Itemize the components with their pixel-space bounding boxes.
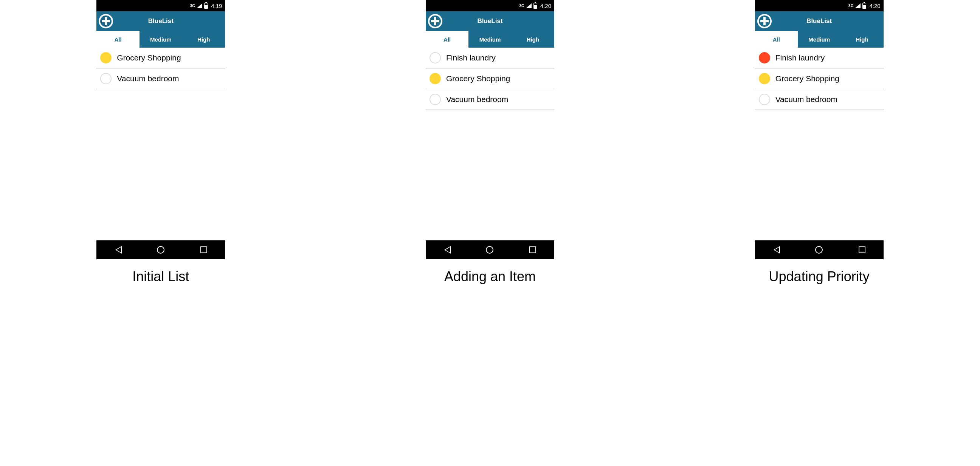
battery-icon	[204, 3, 208, 9]
status-bar: 3G 4:20	[426, 0, 554, 11]
list-item[interactable]: Grocery Shopping	[426, 68, 554, 89]
network-indicator: 3G	[848, 4, 853, 8]
priority-dot-icon[interactable]	[759, 73, 770, 84]
item-text: Vacuum bedroom	[775, 95, 837, 104]
svg-rect-2	[102, 20, 110, 22]
tab-high[interactable]: High	[840, 31, 883, 48]
screen-adding-item: 3G 4:20 BlueList All Medium High Finish …	[426, 0, 554, 285]
status-bar: 3G 4:19	[96, 0, 225, 11]
tab-medium[interactable]: Medium	[468, 31, 511, 48]
signal-icon	[526, 3, 531, 8]
recent-button[interactable]	[200, 247, 207, 253]
svg-rect-5	[431, 20, 439, 22]
priority-dot-icon[interactable]	[759, 94, 770, 105]
item-text: Finish laundry	[775, 53, 825, 62]
tab-medium[interactable]: Medium	[140, 31, 182, 48]
tab-high[interactable]: High	[512, 31, 554, 48]
item-text: Vacuum bedroom	[446, 95, 508, 104]
list-item[interactable]: Finish laundry	[755, 48, 884, 68]
screen-updating-priority: 3G 4:20 BlueList All Medium High Finish …	[755, 0, 884, 285]
home-button[interactable]	[486, 246, 493, 254]
tab-all[interactable]: All	[755, 31, 798, 48]
list-item[interactable]: Finish laundry	[426, 48, 554, 68]
svg-rect-8	[760, 20, 768, 22]
battery-icon	[862, 3, 866, 9]
plus-icon	[759, 15, 770, 27]
list-item[interactable]: Vacuum bedroom	[755, 89, 884, 110]
home-button[interactable]	[157, 246, 164, 254]
app-header: BlueList	[96, 11, 225, 31]
item-text: Grocery Shopping	[117, 53, 181, 62]
clock: 4:20	[540, 3, 551, 9]
android-nav-bar	[755, 240, 884, 259]
back-button[interactable]	[444, 246, 450, 254]
back-button[interactable]	[115, 246, 121, 254]
status-bar: 3G 4:20	[755, 0, 884, 11]
tab-bar: All Medium High	[96, 31, 225, 48]
add-button[interactable]	[428, 14, 442, 29]
list-item[interactable]: Vacuum bedroom	[426, 89, 554, 110]
priority-dot-icon[interactable]	[100, 52, 111, 64]
caption: Initial List	[132, 269, 189, 285]
app-header: BlueList	[755, 11, 884, 31]
phone-screen: 3G 4:20 BlueList All Medium High Finish …	[755, 0, 884, 259]
tab-all[interactable]: All	[426, 31, 468, 48]
tab-high[interactable]: High	[182, 31, 225, 48]
clock: 4:19	[211, 3, 222, 9]
item-text: Grocery Shopping	[446, 74, 510, 83]
tab-bar: All Medium High	[426, 31, 554, 48]
app-title: BlueList	[148, 17, 173, 25]
add-button[interactable]	[99, 14, 113, 29]
signal-icon	[855, 3, 861, 8]
item-text: Vacuum bedroom	[117, 74, 179, 83]
task-list: Grocery Shopping Vacuum bedroom	[96, 48, 225, 237]
network-indicator: 3G	[519, 4, 524, 8]
priority-dot-icon[interactable]	[100, 73, 111, 84]
item-text: Grocery Shopping	[775, 74, 839, 83]
signal-icon	[197, 3, 202, 8]
list-item[interactable]: Grocery Shopping	[755, 68, 884, 89]
task-list: Finish laundry Grocery Shopping Vacuum b…	[426, 48, 554, 237]
app-title: BlueList	[807, 17, 832, 25]
add-button[interactable]	[757, 14, 772, 29]
tab-all[interactable]: All	[96, 31, 139, 48]
item-text: Finish laundry	[446, 53, 496, 62]
back-button[interactable]	[773, 246, 779, 254]
caption: Updating Priority	[769, 269, 870, 285]
list-item[interactable]: Vacuum bedroom	[96, 68, 225, 89]
priority-dot-icon[interactable]	[759, 52, 770, 64]
home-button[interactable]	[815, 246, 823, 254]
recent-button[interactable]	[529, 247, 536, 253]
priority-dot-icon[interactable]	[430, 94, 441, 105]
recent-button[interactable]	[859, 247, 865, 253]
app-header: BlueList	[426, 11, 554, 31]
tab-bar: All Medium High	[755, 31, 884, 48]
plus-icon	[100, 15, 112, 27]
phone-screen: 3G 4:19 BlueList All Medium High Grocery…	[96, 0, 225, 259]
task-list: Finish laundry Grocery Shopping Vacuum b…	[755, 48, 884, 237]
priority-dot-icon[interactable]	[430, 52, 441, 64]
tab-medium[interactable]: Medium	[798, 31, 840, 48]
network-indicator: 3G	[190, 4, 195, 8]
clock: 4:20	[869, 3, 880, 9]
screen-initial-list: 3G 4:19 BlueList All Medium High Grocery…	[96, 0, 225, 285]
caption: Adding an Item	[444, 269, 536, 285]
android-nav-bar	[426, 240, 554, 259]
plus-icon	[429, 15, 441, 27]
battery-icon	[533, 3, 537, 9]
list-item[interactable]: Grocery Shopping	[96, 48, 225, 68]
priority-dot-icon[interactable]	[430, 73, 441, 84]
phone-screen: 3G 4:20 BlueList All Medium High Finish …	[426, 0, 554, 259]
app-title: BlueList	[477, 17, 503, 25]
android-nav-bar	[96, 240, 225, 259]
